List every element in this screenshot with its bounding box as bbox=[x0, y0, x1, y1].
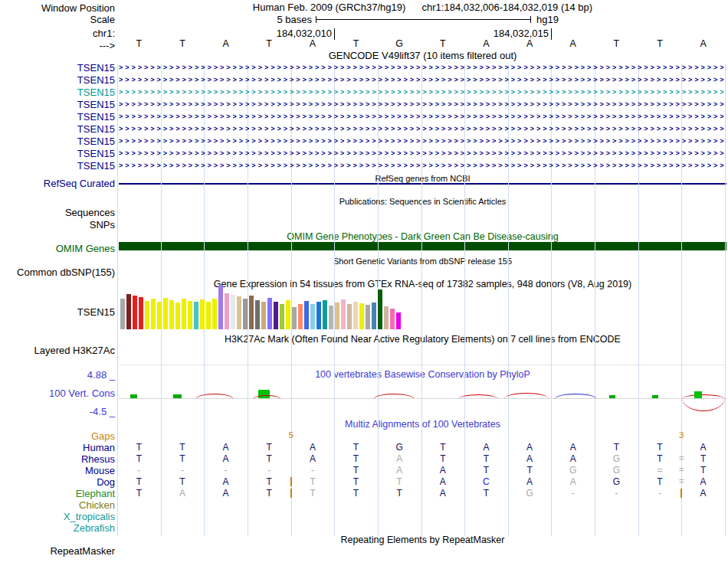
multiz-species-label[interactable]: Zebrafish bbox=[0, 522, 115, 534]
chrom-label: chr1: bbox=[0, 28, 115, 39]
phylop-positive-bar bbox=[130, 394, 137, 398]
insertion-marker bbox=[680, 489, 682, 498]
alignment-base: T bbox=[260, 476, 278, 487]
gencode-transcript-item[interactable]: >>>>>>>>>>>>>>>>>>>>>>>>>>>>>>>>>>>>>>>>… bbox=[119, 162, 726, 169]
phylop-arc-up bbox=[374, 394, 414, 399]
snps-label[interactable]: SNPs bbox=[0, 219, 115, 231]
gtex-tissue-bar bbox=[341, 299, 346, 329]
refseq-gene-item[interactable] bbox=[119, 183, 726, 185]
repeatmasker-title: Repeating Elements by RepeatMasker bbox=[119, 535, 726, 545]
base-gridline bbox=[117, 64, 118, 536]
ruler-tick-2 bbox=[551, 28, 552, 40]
gtex-tissue-bar bbox=[378, 289, 382, 329]
alignment-base: A bbox=[390, 453, 408, 464]
gencode-transcript-item[interactable]: >>>>>>>>>>>>>>>>>>>>>>>>>>>>>>>>>>>>>>>>… bbox=[119, 137, 726, 145]
gencode-transcript-item[interactable]: >>>>>>>>>>>>>>>>>>>>>>>>>>>>>>>>>>>>>>>>… bbox=[119, 149, 726, 157]
alignment-base: A bbox=[477, 442, 495, 453]
gtex-tissue-bar bbox=[120, 299, 125, 329]
gencode-transcript-item[interactable]: >>>>>>>>>>>>>>>>>>>>>>>>>>>>>>>>>>>>>>>>… bbox=[119, 64, 726, 71]
gencode-transcript-label[interactable]: TSEN15 bbox=[0, 123, 115, 135]
h3k27ac-baseline bbox=[119, 365, 726, 365]
base-gridline bbox=[508, 64, 509, 536]
alignment-base: A bbox=[390, 465, 408, 476]
phylop-arc-up bbox=[458, 394, 498, 399]
alignment-base: T bbox=[347, 476, 366, 487]
gtex-gene-label[interactable]: TSEN15 bbox=[0, 306, 115, 318]
alignment-base: A bbox=[303, 442, 322, 453]
omim-gene-item[interactable] bbox=[119, 242, 726, 250]
alignment-base: A bbox=[173, 488, 192, 499]
alignment-gap: = bbox=[674, 476, 688, 486]
alignment-base: T bbox=[260, 453, 278, 464]
gtex-tissue-bar bbox=[126, 294, 131, 329]
scale-assembly: hg19 bbox=[536, 14, 559, 25]
gtex-tissue-bar bbox=[255, 300, 260, 329]
alignment-base: A bbox=[520, 442, 539, 453]
ruler-tick-1 bbox=[334, 28, 335, 40]
repeatmasker-label[interactable]: RepeatMasker bbox=[0, 545, 115, 557]
alignment-base: T bbox=[130, 442, 148, 453]
alignment-base: A bbox=[217, 442, 235, 453]
gencode-transcript-label[interactable]: TSEN15 bbox=[0, 74, 115, 86]
base-gridline bbox=[595, 64, 595, 536]
multiz-species-label[interactable]: X_tropicalis bbox=[0, 511, 115, 522]
base-gridline bbox=[161, 64, 162, 536]
multiz-species-label[interactable]: Elephant bbox=[0, 488, 115, 499]
gencode-transcript-item[interactable]: >>>>>>>>>>>>>>>>>>>>>>>>>>>>>>>>>>>>>>>>… bbox=[119, 100, 726, 108]
gencode-transcript-label[interactable]: TSEN15 bbox=[0, 148, 115, 159]
alignment-base: A bbox=[564, 476, 582, 487]
gtex-tissue-bar bbox=[261, 302, 266, 329]
gencode-transcript-label[interactable]: TSEN15 bbox=[0, 62, 115, 74]
gencode-transcript-item[interactable]: >>>>>>>>>>>>>>>>>>>>>>>>>>>>>>>>>>>>>>>>… bbox=[119, 76, 726, 83]
gencode-transcript-label[interactable]: TSEN15 bbox=[0, 136, 115, 147]
base-letter: A bbox=[564, 38, 582, 49]
gencode-transcript-item[interactable]: >>>>>>>>>>>>>>>>>>>>>>>>>>>>>>>>>>>>>>>>… bbox=[119, 113, 726, 120]
alignment-base: T bbox=[694, 453, 713, 464]
gencode-transcript-label[interactable]: TSEN15 bbox=[0, 111, 115, 123]
multiz-species-label[interactable]: Human bbox=[0, 442, 115, 453]
gtex-tissue-bar bbox=[323, 300, 327, 329]
alignment-base: G bbox=[607, 453, 625, 464]
alignment-base: A bbox=[564, 453, 582, 464]
gencode-transcript-label[interactable]: TSEN15 bbox=[0, 160, 115, 172]
gencode-transcript-item[interactable]: >>>>>>>>>>>>>>>>>>>>>>>>>>>>>>>>>>>>>>>>… bbox=[119, 125, 726, 132]
phylop-track-label[interactable]: 100 Vert. Cons bbox=[0, 388, 115, 399]
gtex-tissue-bar bbox=[182, 299, 186, 329]
alignment-base: - bbox=[564, 488, 582, 499]
alignment-base: T bbox=[130, 453, 148, 464]
gtex-title: Gene Expression in 54 tissues from GTEx … bbox=[119, 279, 726, 289]
gencode-transcript-label[interactable]: TSEN15 bbox=[0, 87, 115, 98]
alignment-base: T bbox=[347, 453, 366, 464]
scale-bar-right-tick bbox=[530, 16, 531, 23]
h3k27ac-label[interactable]: Layered H3K27Ac bbox=[0, 345, 115, 356]
alignment-base: A bbox=[434, 488, 452, 499]
base-letter: T bbox=[260, 38, 278, 49]
omim-genes-label[interactable]: OMIM Genes bbox=[0, 243, 115, 254]
base-letter: A bbox=[520, 38, 539, 49]
insertion-marker bbox=[290, 477, 292, 486]
gencode-transcript-label[interactable]: TSEN15 bbox=[0, 99, 115, 110]
gtex-tissue-bar bbox=[329, 306, 333, 329]
dbsnp-title: Short Genetic Variants from dbSNP releas… bbox=[119, 256, 726, 267]
base-gridline bbox=[334, 64, 335, 536]
base-gridline bbox=[551, 64, 552, 536]
phylop-positive-bar bbox=[652, 395, 658, 398]
scale-bar bbox=[316, 19, 530, 20]
assembly-title: Human Feb. 2009 (GRCh37/hg19) bbox=[253, 2, 405, 13]
multiz-species-label[interactable]: Rhesus bbox=[0, 453, 115, 465]
dbsnp-label[interactable]: Common dbSNP(155) bbox=[0, 267, 115, 278]
strand-label: ---> bbox=[0, 40, 115, 51]
refseq-curated-label[interactable]: RefSeq Curated bbox=[0, 178, 115, 189]
phylop-arc-up bbox=[253, 395, 280, 399]
gtex-tissue-bar bbox=[237, 296, 241, 329]
gencode-transcript-item[interactable]: >>>>>>>>>>>>>>>>>>>>>>>>>>>>>>>>>>>>>>>>… bbox=[119, 88, 726, 96]
base-letter: A bbox=[303, 38, 322, 49]
multiz-species-label[interactable]: Dog bbox=[0, 476, 115, 488]
sequences-label[interactable]: Sequences bbox=[0, 207, 115, 218]
multiz-species-label[interactable]: Gaps bbox=[0, 430, 115, 442]
base-letter: T bbox=[130, 38, 148, 49]
alignment-base: T bbox=[694, 465, 713, 476]
multiz-species-label[interactable]: Chicken bbox=[0, 499, 115, 511]
alignment-base: G bbox=[564, 465, 582, 476]
multiz-species-label[interactable]: Mouse bbox=[0, 465, 115, 476]
